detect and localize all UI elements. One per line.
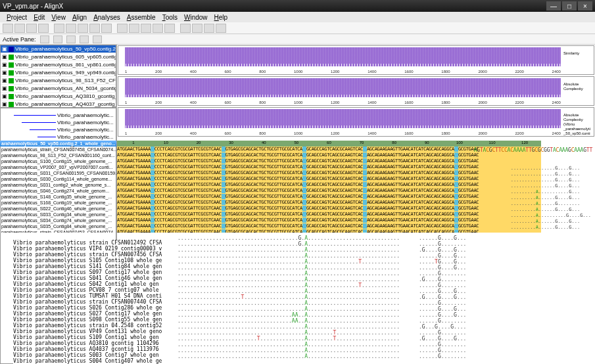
menu-align[interactable]: Align xyxy=(70,14,89,21)
toolbar-button[interactable] xyxy=(180,24,191,33)
sequence-row[interactable]: ATGGAACTGAAAA CCCTCAGCGTCGCGATTCGCGTCAAC… xyxy=(117,217,541,223)
menu-help[interactable]: Help xyxy=(212,14,231,21)
toolbar-button[interactable] xyxy=(14,24,25,33)
strain-line: Vibrio parahaemolyticus S098 Contig55 wh… xyxy=(13,317,178,323)
menu-project[interactable]: Project xyxy=(4,14,30,21)
sequence-row[interactable]: ATGGAACTGAAAA CCCTCAGCGTCGCGATTCGCGTCAAC… xyxy=(117,212,541,217)
seq-label[interactable]: parahaemolyticus_S035_Contig84_whole_gen… xyxy=(0,223,116,229)
file-row[interactable]: ▣Vibrio_parahaemolyticus_AQ4037_gcontig_… xyxy=(1,101,116,108)
toolbar-button[interactable] xyxy=(54,24,64,33)
file-row[interactable]: ▣Vibrio_parahaemolyticus_98_S13_F52_CFSA… xyxy=(1,77,116,85)
tree-leaf[interactable]: Vibrio_parahaemolytic... xyxy=(57,112,114,118)
tree-leaf[interactable]: Vibrio_parahaemolytic... xyxy=(57,120,114,125)
strain-line: Vibrio parahaemolyticus S042 Contig1 who… xyxy=(13,281,178,287)
tick-label: 1400 xyxy=(368,70,376,74)
seq-label[interactable]: parahaemolyticus_strain_CFSAN007453_CFSA… xyxy=(0,229,116,233)
sequence-row[interactable]: ATGGAACTGAAAA CCCTCAGCGTCGCGATTCGCGTCAAC… xyxy=(117,223,541,229)
tick-label: 1200 xyxy=(331,131,339,135)
max-button[interactable]: □ xyxy=(562,1,577,11)
toolbar-button[interactable] xyxy=(66,24,76,33)
toolbar-button[interactable] xyxy=(204,24,214,33)
menu-edit[interactable]: Edit xyxy=(31,14,47,21)
expand-icon[interactable]: ▣ xyxy=(2,46,7,52)
seq-label[interactable]: parahaemolyticus_S033_Contig34_whole_gen… xyxy=(0,212,116,217)
toolbar-button[interactable] xyxy=(216,24,226,33)
toolbar-button[interactable] xyxy=(78,24,88,33)
seq-label[interactable]: parahaemolyticus_98_S13_F52_CFSAN001160_… xyxy=(0,152,116,158)
file-row[interactable]: ▣Vibrio_parahaemolyticus_605_vp605.conti… xyxy=(1,53,116,61)
pane-icon[interactable] xyxy=(66,35,76,43)
menu-window[interactable]: Window xyxy=(181,14,210,21)
toolbar-button[interactable] xyxy=(153,24,163,33)
sequence-row[interactable]: ATGGAACTGAAAA CCCTCAGCGTCGCGATTCGCGTCAAC… xyxy=(117,164,541,170)
sequence-row[interactable]: ATGGAACTGAAAA CCCTCAGCGTCGCGATTCGCGTCAAC… xyxy=(117,206,541,212)
sequence-row[interactable]: ATGGAACTGAAAA CCCTCAGCGTCGCGATTCGCGTCAAC… xyxy=(117,188,541,194)
file-row[interactable]: ▣Vibrio_parahaemolyticus_949_vp949.conti… xyxy=(1,69,116,77)
pane-icon[interactable] xyxy=(80,35,89,43)
sequence-row[interactable]: ATGGAACTGAAAA CCCTCAGCGTCGCGATTCGCGTCAAC… xyxy=(117,176,541,182)
expand-icon[interactable]: ▣ xyxy=(2,54,7,60)
sequence-row[interactable]: ATGGAACTGAAAA CCCTCAGCGTCGCGATTCGCGTCAAC… xyxy=(117,152,541,158)
toolbar-button[interactable] xyxy=(38,24,49,33)
tree-leaf[interactable]: Vibrio_parahaemolytic... xyxy=(57,127,114,133)
tree-leaf[interactable]: Vibrio_parahaemolytic... xyxy=(57,134,114,140)
tick-label: 1800 xyxy=(441,101,450,104)
sequence-row[interactable]: ATGGAACTGAAAA CCCTCAGCGTCGCGATTCGCGTCAAC… xyxy=(117,229,541,233)
toolbar-button[interactable] xyxy=(192,24,202,33)
expand-icon[interactable]: ▣ xyxy=(2,85,7,91)
seq-label[interactable]: parahaemolyticus_S030_Contig114_whole_ge… xyxy=(0,176,116,182)
min-button[interactable]: — xyxy=(546,1,561,11)
menu-analyses[interactable]: Analyses xyxy=(91,14,123,21)
pane-icon[interactable] xyxy=(53,35,62,43)
profile-plot[interactable]: 1200400600800100012001400160018002000220… xyxy=(118,76,594,106)
toolbar-button[interactable] xyxy=(101,24,112,33)
seq-label[interactable]: parahaemolyticus_S046_Contig274_whole_ge… xyxy=(0,188,116,194)
toolbar-button[interactable] xyxy=(3,24,13,33)
toolbar-button[interactable] xyxy=(129,24,139,33)
profile-plot[interactable]: 1200400600800100012001400160018002000220… xyxy=(118,45,594,75)
sequence-row[interactable]: ATGGAACTGAAAA CCCTCAGCGTCGCGATTCGCGTCAAC… xyxy=(117,182,541,188)
toolbar-button[interactable] xyxy=(89,24,100,33)
seq-label[interactable]: parahaemolyticus_S022_Contig46_whole_gen… xyxy=(0,206,116,212)
seq-label[interactable]: parahaemolyticus_S100_Contig15_whole_gen… xyxy=(0,158,116,164)
toolbar-button[interactable] xyxy=(26,24,37,33)
seq-label[interactable]: parahaemolyticus_S034_Contig74_whole_gen… xyxy=(0,217,116,223)
expand-icon[interactable]: ▣ xyxy=(2,93,7,99)
expand-icon[interactable]: ▣ xyxy=(2,70,7,76)
seq-label[interactable]: parahaemolyticus_S148_Contig35_whole_gen… xyxy=(0,194,116,200)
pane-icon[interactable] xyxy=(40,35,49,43)
close-button[interactable]: × xyxy=(578,1,592,11)
pane-icon[interactable] xyxy=(93,35,102,43)
tick-label: 200 xyxy=(155,70,162,74)
seq-label[interactable]: parahaemolyticus_VP2007_007_vpVP2007007.… xyxy=(0,164,116,170)
sequence-row[interactable]: ATGGAACTGAAAA CCCTCAGCGTCGCGATTCGCGTCAAC… xyxy=(117,170,541,176)
file-row[interactable]: ▣Vibrio_parahaemolyticus_AQ3810_gcontig_… xyxy=(1,93,116,101)
file-row[interactable]: ▣Vibrio_parahaemolyticus_50_vp50.contig.… xyxy=(1,45,116,53)
expand-icon[interactable]: ▣ xyxy=(2,101,7,107)
expand-icon[interactable]: ▣ xyxy=(2,62,7,68)
seq-label[interactable]: parahaemolyticus_strain_CFSAN007458_CFSA… xyxy=(0,147,116,152)
dot-row: ........................................… xyxy=(178,330,592,336)
file-list[interactable]: ▣Vibrio_parahaemolyticus_50_vp50.contig.… xyxy=(0,45,116,108)
menu-view[interactable]: View xyxy=(49,14,68,21)
file-row[interactable]: ▣Vibrio_parahaemolyticus_AN_5034_gcontig… xyxy=(1,85,116,93)
seq-label[interactable]: parahaemolyticus_S031_CFSAN001595_CFSAN0… xyxy=(0,170,116,176)
menu-tools[interactable]: Tools xyxy=(160,14,180,21)
toolbar-button[interactable] xyxy=(117,24,128,33)
file-row[interactable]: ▣Vibrio_parahaemolyticus_861_vp861.conti… xyxy=(1,61,116,69)
dot-row: ........................................… xyxy=(178,259,592,265)
seq-label[interactable]: parahaemolyticus_S031_contig2_whole_geno… xyxy=(0,182,116,188)
toolbar-button[interactable] xyxy=(141,24,151,33)
file-name: Vibrio_parahaemolyticus_605_vp605.contig… xyxy=(15,54,116,60)
sequence-row[interactable]: ATGGAACTGAAAA CCCTCAGCGTCGCGATTCGCGTCAAC… xyxy=(117,194,541,200)
sequence-row[interactable]: ATGGAACTGAAAA CCCTCAGCGTCGCGATTCGCGTCAAC… xyxy=(117,158,541,164)
toolbar-button[interactable] xyxy=(164,24,175,33)
sequence-row[interactable]: ATGGAACTGAAAA CCCTCAGCGTCGCGATTCGCGTCAAC… xyxy=(117,200,541,206)
menu-assemble[interactable]: Assemble xyxy=(124,14,158,21)
alignment-header[interactable]: arahaemolyticus_50_vp50.contig.2_1_whole… xyxy=(0,141,116,147)
expand-icon[interactable]: ▣ xyxy=(2,78,7,83)
tick-label: 1800 xyxy=(441,131,450,135)
seq-label[interactable]: parahaemolyticus_S168_Contig19_whole_gen… xyxy=(0,200,116,206)
tick-label: 800 xyxy=(259,101,266,104)
profile-plot[interactable]: 1200400600800100012001400160018002000220… xyxy=(118,107,594,137)
